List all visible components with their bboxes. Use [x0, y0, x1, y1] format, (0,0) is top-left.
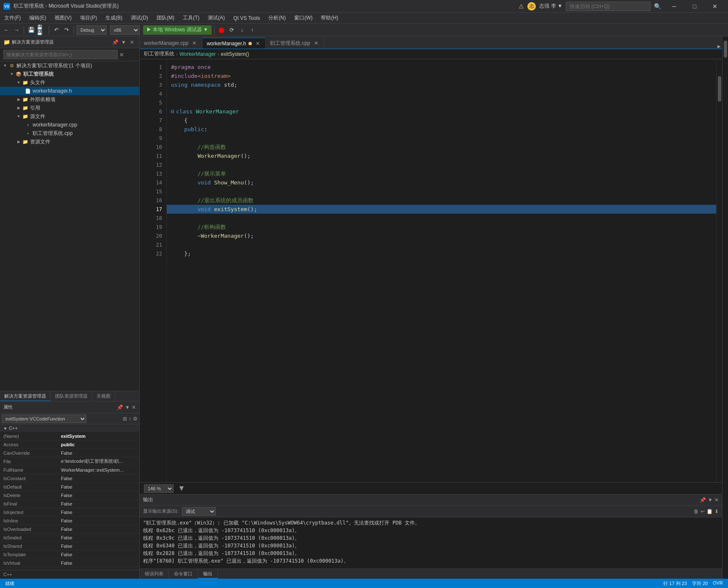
- prop-alpha-button[interactable]: ↕: [129, 416, 131, 422]
- menu-window[interactable]: 窗口(W): [290, 13, 317, 24]
- toolbar-separator-1: [24, 26, 24, 34]
- status-row-col[interactable]: 行 17 列 23: [662, 580, 689, 587]
- redo-button[interactable]: ↷: [62, 25, 71, 35]
- menu-build[interactable]: 生成(B): [101, 13, 127, 24]
- sidebar-close-button[interactable]: ✕: [128, 38, 136, 46]
- tab-output[interactable]: 输出: [198, 569, 218, 579]
- tab-main-cpp[interactable]: 职工管理系统.cpp ✕: [266, 38, 324, 49]
- tab-scroll-right[interactable]: ▶: [716, 44, 722, 49]
- step-out-button[interactable]: ↑: [248, 25, 257, 35]
- output-scroll-button[interactable]: ⬇: [714, 508, 719, 514]
- quick-launch-input[interactable]: [566, 2, 651, 11]
- sidebar-scrollbar-thumb[interactable]: [724, 41, 727, 58]
- tree-item-solution[interactable]: ⚙ 解决方案'职工管理系统'(1 个项目): [0, 61, 139, 70]
- output-pin-button[interactable]: 📌: [700, 497, 706, 503]
- breakpoint-button[interactable]: ⬤: [217, 25, 226, 35]
- menu-tools[interactable]: 工具(T): [179, 13, 204, 24]
- back-button[interactable]: ←: [2, 25, 11, 35]
- prop-sort-button[interactable]: ⊞: [123, 416, 127, 422]
- output-wrap-button[interactable]: ↩: [700, 508, 705, 514]
- editor-scrollbar-thumb[interactable]: [718, 76, 721, 102]
- menu-debug[interactable]: 调试(D): [127, 13, 152, 24]
- prop-row-isoverloaded: IsOverloaded False: [0, 525, 139, 533]
- code-line-4: [167, 89, 716, 98]
- menu-project[interactable]: 项目(P): [76, 13, 101, 24]
- tab-workermanager-cpp[interactable]: workerManager.cpp ✕: [140, 38, 202, 49]
- breadcrumb-part-2[interactable]: WorkerManager: [179, 51, 216, 57]
- status-char[interactable]: 字符 20: [690, 580, 709, 587]
- tree-item-project[interactable]: 📦 职工管理系统: [0, 70, 139, 78]
- breadcrumb-part-1[interactable]: 职工管理系统: [144, 50, 174, 58]
- output-line-4: 线程 0x6340 已退出，返回值为 -1073741510 (0xc00001…: [143, 542, 719, 550]
- menu-team[interactable]: 团队(M): [152, 13, 179, 24]
- tab-close-0[interactable]: ✕: [191, 40, 198, 47]
- code-line-5: [167, 98, 716, 107]
- maximize-button[interactable]: □: [685, 0, 704, 13]
- close-button[interactable]: ✕: [705, 0, 725, 13]
- breadcrumb-part-3[interactable]: exitSystem(): [221, 51, 249, 57]
- zoom-reset-button[interactable]: ▼: [178, 484, 185, 493]
- menu-edit[interactable]: 编辑(E): [25, 13, 50, 24]
- tab-error-list[interactable]: 错误列表: [140, 569, 169, 579]
- config-select[interactable]: Debug Release: [77, 25, 107, 35]
- zoom-select[interactable]: 146 % 100 % 200 %: [144, 484, 174, 493]
- platform-select[interactable]: x86 x64: [110, 25, 140, 35]
- menu-test[interactable]: 测试(A): [204, 13, 229, 24]
- menu-view[interactable]: 视图(V): [50, 13, 76, 24]
- sidebar-dropdown-button[interactable]: ▼: [120, 38, 127, 46]
- forward-button[interactable]: →: [12, 25, 21, 35]
- tree-item-headers-folder[interactable]: 📁 头文件: [0, 78, 139, 87]
- output-source-select[interactable]: 调试 生成: [182, 507, 216, 516]
- token: public: [184, 126, 204, 132]
- step-over-button[interactable]: ⟳: [227, 25, 237, 35]
- code-content[interactable]: #pragma once #include<iostream> using na…: [167, 59, 716, 482]
- properties-pin-button[interactable]: 📌: [117, 404, 123, 410]
- menu-help[interactable]: 帮助(H): [317, 13, 342, 24]
- properties-item-select[interactable]: exitSystem VCCodeFunction: [2, 415, 86, 423]
- tree-item-main-cpp[interactable]: • 职工管理系统.cpp: [0, 129, 139, 137]
- tab-class-view[interactable]: 关视图: [92, 391, 115, 401]
- tree-item-resources-folder[interactable]: 📁 资源文件: [0, 137, 139, 146]
- output-content: "职工管理系统.exe"（Win32）: 已加载 "C:\Windows\Sys…: [140, 517, 722, 569]
- output-close-button[interactable]: ✕: [714, 497, 719, 503]
- tab-team-explorer[interactable]: 团队资源管理器: [51, 391, 92, 401]
- status-mode[interactable]: OVR: [711, 580, 725, 587]
- output-panel: 输出 📌 ▼ ✕ 显示输出来源(S): 调试 生成 🗑 ↩ 📋 ⬇: [140, 494, 722, 579]
- save-button[interactable]: 💾: [27, 25, 36, 35]
- properties-close-button[interactable]: ✕: [132, 404, 136, 410]
- run-button[interactable]: ▶ 本地 Windows 调试器 ▼: [143, 25, 212, 35]
- tab-close-1[interactable]: ✕: [254, 40, 261, 47]
- tree-item-workermanager-h[interactable]: 📄 workerManager.h: [0, 87, 139, 95]
- tab-close-2[interactable]: ✕: [313, 40, 320, 47]
- prop-filter-button[interactable]: ⚙: [133, 416, 138, 422]
- menu-qt[interactable]: Qt VS Tools: [229, 13, 264, 24]
- token: namespace: [191, 82, 221, 88]
- menu-analyze[interactable]: 分析(N): [264, 13, 290, 24]
- search-clear-icon[interactable]: ✕: [119, 52, 124, 58]
- output-dropdown-button[interactable]: ▼: [708, 497, 713, 503]
- step-in-button[interactable]: ↓: [237, 25, 247, 35]
- output-clear-button[interactable]: 🗑: [694, 508, 699, 514]
- tab-solution-explorer[interactable]: 解决方案资源管理器: [0, 391, 51, 401]
- pin-button[interactable]: 📌: [111, 38, 119, 46]
- output-copy-button[interactable]: 📋: [706, 508, 713, 514]
- prop-value-7: False: [59, 493, 74, 498]
- status-ready[interactable]: 就绪: [3, 580, 16, 587]
- minimize-button[interactable]: ─: [665, 0, 684, 13]
- undo-button[interactable]: ↶: [52, 25, 61, 35]
- menu-file[interactable]: 文件(F): [0, 13, 25, 24]
- search-icon[interactable]: 🔍: [654, 3, 661, 10]
- tab-workermanager-h[interactable]: workerManager.h ✕: [202, 38, 266, 49]
- token: [193, 108, 196, 115]
- sidebar-search-input[interactable]: [3, 50, 118, 59]
- save-all-button[interactable]: 💾💾: [37, 25, 46, 35]
- prop-group-header-cpp[interactable]: C++: [0, 424, 139, 432]
- tree-item-workermanager-cpp[interactable]: • workerManager.cpp: [0, 121, 139, 129]
- tree-item-external-deps[interactable]: 📁 外部依赖项: [0, 95, 139, 104]
- tab-command-window[interactable]: 命令窗口: [169, 569, 198, 579]
- properties-dropdown-button[interactable]: ▼: [125, 404, 130, 410]
- tree-item-references[interactable]: 📁 引用: [0, 104, 139, 112]
- arrow-ext-deps: [15, 96, 22, 103]
- token: WorkerManager: [201, 233, 244, 239]
- tree-item-sources-folder[interactable]: 📁 源文件: [0, 112, 139, 121]
